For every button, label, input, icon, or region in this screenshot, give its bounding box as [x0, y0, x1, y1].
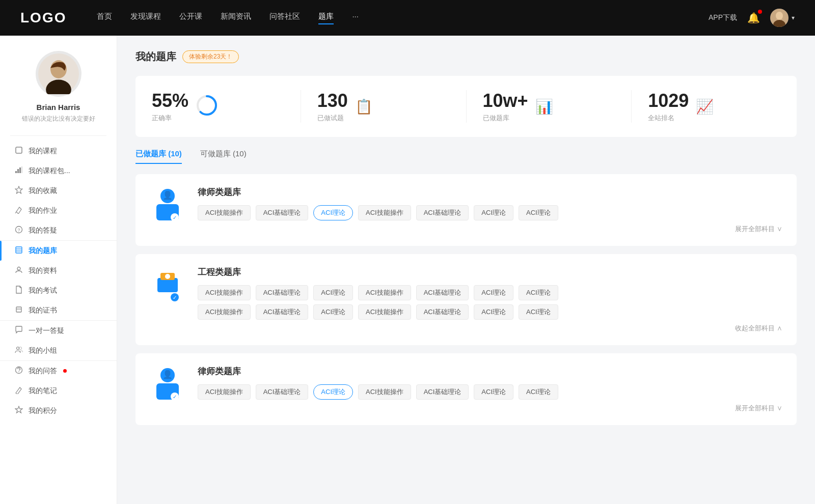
tag-1-r2-3[interactable]: ACI技能操作 [358, 304, 411, 320]
tag-2-6[interactable]: ACI理论 [519, 384, 558, 400]
tag-2-0[interactable]: ACI技能操作 [198, 384, 251, 400]
sidebar-nav-item-11[interactable]: 我的问答 [0, 361, 117, 381]
nav-icon-3 [14, 206, 23, 215]
nav-item-公开课[interactable]: 公开课 [179, 12, 202, 24]
tag-0-5[interactable]: ACI理论 [474, 205, 513, 220]
tag-2-3[interactable]: ACI技能操作 [358, 384, 411, 400]
nav-icon-11 [14, 366, 23, 376]
nav-icon-6 [14, 266, 23, 275]
stat-label-banks: 已做题库 [483, 114, 528, 123]
svg-line-12 [15, 212, 16, 213]
nav-label-8: 我的证书 [29, 306, 57, 315]
sidebar-nav-item-4[interactable]: ?我的答疑 [0, 220, 117, 240]
doc-icon: 📋 [355, 98, 373, 115]
tag-0-0[interactable]: ACI技能操作 [198, 205, 251, 220]
sidebar-nav-item-3[interactable]: 我的作业 [0, 201, 117, 220]
stat-label-questions: 已做试题 [317, 114, 348, 123]
svg-point-18 [17, 267, 20, 270]
tag-1-6[interactable]: ACI理论 [519, 285, 558, 300]
nav-item-发现课程[interactable]: 发现课程 [130, 12, 161, 24]
expand-link-0[interactable]: 展开全部科目 ∨ [198, 225, 782, 234]
sidebar-nav-item-2[interactable]: 我的收藏 [0, 181, 117, 201]
app-download-link[interactable]: APP下载 [709, 13, 737, 22]
tab-0[interactable]: 已做题库 (10) [135, 149, 182, 164]
page-body: Brian Harris 错误的决定比没有决定要好 我的课程我的课程包...我的… [0, 36, 815, 504]
svg-text:👤: 👤 [162, 190, 173, 200]
stat-questions-done: 130 已做试题 📋 [301, 90, 467, 123]
nav-badge-11 [63, 369, 67, 373]
notification-bell[interactable]: 🔔 [747, 12, 760, 24]
sidebar-nav-item-5[interactable]: 我的题库 [0, 241, 117, 261]
nav-icon-8 [14, 305, 23, 315]
chart-icon: 📈 [696, 98, 714, 115]
tag-0-6[interactable]: ACI理论 [519, 205, 558, 220]
nav-icon-4: ? [14, 226, 23, 235]
tag-1-1[interactable]: ACI基础理论 [256, 285, 309, 300]
sidebar-nav-item-13[interactable]: 我的积分 [0, 401, 117, 421]
svg-text:✓: ✓ [173, 394, 177, 400]
user-avatar-menu[interactable]: ▾ [770, 9, 795, 27]
svg-rect-7 [15, 171, 17, 173]
sidebar-nav-item-8[interactable]: 我的证书 [0, 300, 117, 320]
sidebar-nav-item-1[interactable]: 我的课程包... [0, 161, 117, 181]
tag-2-5[interactable]: ACI理论 [474, 384, 513, 400]
nav-icon-10 [14, 346, 23, 355]
page-header: 我的题库 体验剩余23天！ [135, 50, 797, 64]
nav-icon-7 [14, 286, 23, 295]
tag-2-1[interactable]: ACI基础理论 [256, 384, 309, 400]
stat-value-banks: 10w+ [483, 90, 528, 111]
bank-content-0: 律师类题库ACI技能操作ACI基础理论ACI理论ACI技能操作ACI基础理论AC… [198, 186, 782, 234]
sidebar-nav-item-0[interactable]: 我的课程 [0, 141, 117, 161]
tag-0-1[interactable]: ACI基础理论 [256, 205, 309, 220]
svg-rect-10 [21, 166, 22, 173]
nav-right: APP下载 🔔 ▾ [709, 9, 795, 27]
logo: LOGO [20, 10, 66, 26]
tag-0-2[interactable]: ACI理论 [313, 205, 353, 220]
tag-0-3[interactable]: ACI技能操作 [358, 205, 411, 220]
nav-item-···[interactable]: ··· [352, 12, 359, 24]
stat-accuracy: 55% 正确率 [135, 90, 301, 123]
tag-2-2[interactable]: ACI理论 [313, 384, 353, 400]
nav-label-0: 我的课程 [29, 147, 57, 156]
tag-1-r2-6[interactable]: ACI理论 [519, 304, 558, 320]
tag-1-2[interactable]: ACI理论 [313, 285, 353, 300]
tab-1[interactable]: 可做题库 (10) [200, 149, 247, 164]
user-tagline: 错误的决定比没有决定要好 [10, 115, 106, 123]
stats-row: 55% 正确率 130 已做试题 📋 [135, 76, 797, 137]
tag-2-4[interactable]: ACI基础理论 [416, 384, 469, 400]
tag-1-0[interactable]: ACI技能操作 [198, 285, 251, 300]
tag-1-3[interactable]: ACI技能操作 [358, 285, 411, 300]
sidebar-nav-item-7[interactable]: 我的考试 [0, 281, 117, 300]
nav-label-6: 我的资料 [29, 266, 57, 275]
sidebar-nav-item-6[interactable]: 我的资料 [0, 261, 117, 281]
nav-label-13: 我的积分 [29, 406, 57, 415]
stat-value-ranking: 1029 [648, 90, 689, 111]
nav-icon-1 [14, 166, 23, 176]
sidebar-nav-item-12[interactable]: 我的笔记 [0, 381, 117, 401]
tag-1-5[interactable]: ACI理论 [474, 285, 513, 300]
tag-1-4[interactable]: ACI基础理论 [416, 285, 469, 300]
nav-item-问答社区[interactable]: 问答社区 [269, 12, 300, 24]
top-navigation: LOGO 首页发现课程公开课新闻资讯问答社区题库··· APP下载 🔔 ▾ [0, 0, 815, 36]
stat-banks-done: 10w+ 已做题库 📊 [467, 90, 632, 123]
nav-item-题库[interactable]: 题库 [318, 12, 334, 24]
tag-1-r2-2[interactable]: ACI理论 [313, 304, 353, 320]
tag-1-r2-5[interactable]: ACI理论 [474, 304, 513, 320]
sidebar-profile: Brian Harris 错误的决定比没有决定要好 [0, 51, 117, 135]
nav-item-新闻资讯[interactable]: 新闻资讯 [221, 12, 251, 24]
tag-1-r2-1[interactable]: ACI基础理论 [256, 304, 309, 320]
sidebar-nav-item-10[interactable]: 我的小组 [0, 341, 117, 360]
bank-card-1: ✓ 工程类题库ACI技能操作ACI基础理论ACI理论ACI技能操作ACI基础理论… [135, 254, 797, 345]
expand-link-2[interactable]: 展开全部科目 ∨ [198, 404, 782, 413]
tag-0-4[interactable]: ACI基础理论 [416, 205, 469, 220]
svg-point-36 [165, 274, 170, 279]
tag-1-r2-4[interactable]: ACI基础理论 [416, 304, 469, 320]
sidebar-nav-item-9[interactable]: 一对一答疑 [0, 321, 117, 341]
expand-link-1[interactable]: 收起全部科目 ∧ [198, 324, 782, 333]
sidebar-nav: 我的课程我的课程包...我的收藏我的作业?我的答疑我的题库我的资料我的考试我的证… [0, 141, 117, 421]
tag-1-r2-0[interactable]: ACI技能操作 [198, 304, 251, 320]
nav-item-首页[interactable]: 首页 [97, 12, 112, 24]
bank-icon-1: ✓ [150, 266, 185, 307]
nav-label-7: 我的考试 [29, 286, 57, 295]
svg-rect-9 [19, 167, 21, 173]
